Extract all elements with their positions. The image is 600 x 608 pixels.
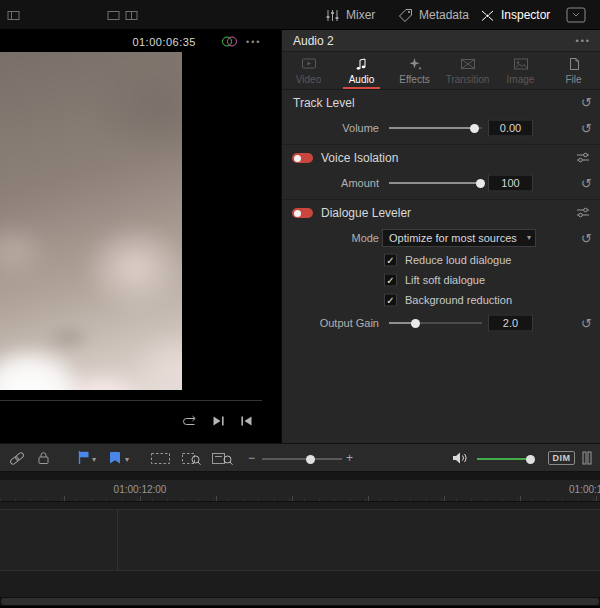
tab-audio[interactable]: Audio xyxy=(335,52,388,89)
ruler-minor-ticks xyxy=(0,498,600,501)
inspector-label: Inspector xyxy=(501,8,550,22)
timeline-zoom-slider[interactable] xyxy=(262,458,342,460)
collapse-panel-icon[interactable] xyxy=(566,7,586,23)
tab-label: Audio xyxy=(349,74,375,85)
advanced-settings-icon[interactable] xyxy=(576,152,590,163)
amount-row: Amount 100 ↺ xyxy=(282,170,600,196)
davinci-resolve-window: Mixer Metadata Inspector 01:00:06:35 ••• xyxy=(0,0,600,608)
tab-image[interactable]: Image xyxy=(494,52,547,89)
reduce-loud-dialogue-checkbox[interactable]: ✓ xyxy=(384,254,397,267)
custom-zoom-icon[interactable] xyxy=(211,451,234,466)
voice-isolation-toggle[interactable] xyxy=(292,153,313,163)
slider-handle[interactable] xyxy=(476,179,485,188)
timeline-toolbar: ▾ ▾ − + DIM xyxy=(0,443,600,472)
active-tab-underline xyxy=(343,87,379,89)
tab-file[interactable]: File xyxy=(547,52,600,89)
lock-icon[interactable] xyxy=(36,450,51,465)
slider-handle[interactable] xyxy=(411,319,420,328)
color-circles-icon[interactable] xyxy=(221,35,238,48)
zoom-in-button[interactable]: + xyxy=(346,451,353,465)
ruler-tick xyxy=(368,496,369,501)
tab-transition[interactable]: Transition xyxy=(441,52,494,89)
output-gain-value[interactable]: 2.0 xyxy=(488,315,533,332)
tab-label: File xyxy=(565,74,581,85)
clip-edge[interactable] xyxy=(117,510,118,570)
mode-row: Mode Optimize for most sources ▾ ↺ xyxy=(282,225,600,250)
detail-zoom-icon[interactable] xyxy=(181,451,202,466)
timeline-ruler[interactable]: 01:00:12:00 01:00:18:00 xyxy=(0,480,600,502)
ruler-tick xyxy=(596,496,597,501)
reset-section-icon[interactable]: ↺ xyxy=(581,96,592,109)
volume-label: Volume xyxy=(282,122,379,134)
flag-icon[interactable] xyxy=(77,450,90,465)
ruler-tick xyxy=(216,496,217,501)
volume-slider[interactable] xyxy=(389,127,482,129)
loop-playback-icon[interactable] xyxy=(181,414,198,428)
section-title: Voice Isolation xyxy=(321,151,398,165)
metadata-label: Metadata xyxy=(419,8,469,22)
reset-output-gain-icon[interactable]: ↺ xyxy=(581,317,592,330)
ui-layout-icon[interactable] xyxy=(7,10,20,21)
zoom-out-button[interactable]: − xyxy=(248,451,255,465)
marker-icon[interactable] xyxy=(108,450,122,465)
metadata-button[interactable]: Metadata xyxy=(398,0,469,30)
toggle-knob xyxy=(294,155,301,162)
inspector-panel: Audio 2 ••• Video Audio Effects Transiti… xyxy=(281,30,600,443)
tab-label: Effects xyxy=(399,74,429,85)
skip-to-start-icon[interactable] xyxy=(239,414,254,428)
checkbox-row: ✓ Lift soft dialogue xyxy=(282,270,600,290)
timeline-track-lane[interactable] xyxy=(0,509,600,571)
voice-isolation-header: Voice Isolation xyxy=(282,145,600,170)
amount-slider[interactable] xyxy=(389,182,482,184)
slider-handle[interactable] xyxy=(306,455,315,464)
full-extent-zoom-icon[interactable] xyxy=(150,451,171,466)
mixer-label: Mixer xyxy=(346,8,375,22)
reset-volume-icon[interactable]: ↺ xyxy=(581,122,592,135)
reset-mode-icon[interactable]: ↺ xyxy=(581,231,592,244)
advanced-settings-icon[interactable] xyxy=(576,207,590,218)
dual-viewer-icon[interactable] xyxy=(125,10,138,21)
skip-to-end-icon[interactable] xyxy=(211,414,226,428)
background-reduction-checkbox[interactable]: ✓ xyxy=(384,294,397,307)
ruler-tick xyxy=(520,496,521,501)
tab-effects[interactable]: Effects xyxy=(388,52,441,89)
tab-label: Image xyxy=(507,74,535,85)
dim-button[interactable]: DIM xyxy=(548,451,575,465)
speaker-icon[interactable] xyxy=(451,451,469,465)
section-title: Track Level xyxy=(293,96,355,110)
tab-label: Transition xyxy=(446,74,490,85)
mode-dropdown[interactable]: Optimize for most sources ▾ xyxy=(382,229,536,247)
volume-value[interactable]: 0.00 xyxy=(488,120,533,137)
reset-amount-icon[interactable]: ↺ xyxy=(581,177,592,190)
slider-fill xyxy=(389,182,482,184)
inspector-options-menu[interactable]: ••• xyxy=(576,36,591,46)
lift-soft-dialogue-checkbox[interactable]: ✓ xyxy=(384,274,397,287)
ruler-tick xyxy=(444,496,445,501)
slider-handle[interactable] xyxy=(526,455,535,464)
timeline-scrollbar-thumb[interactable] xyxy=(1,598,599,605)
ruler-timecode: 01:00:12:00 xyxy=(108,484,172,495)
marker-color-chevron-icon[interactable]: ▾ xyxy=(125,455,129,464)
dialogue-leveler-toggle[interactable] xyxy=(292,208,313,218)
output-gain-slider[interactable] xyxy=(389,322,482,324)
track-level-header: Track Level ↺ xyxy=(282,90,600,115)
inspector-header: Audio 2 ••• xyxy=(282,30,600,52)
slider-handle[interactable] xyxy=(470,124,479,133)
video-viewer[interactable] xyxy=(0,52,182,390)
transition-icon xyxy=(460,57,476,71)
flag-color-chevron-icon[interactable]: ▾ xyxy=(92,455,96,464)
monitor-volume-slider[interactable] xyxy=(477,458,534,460)
mixer-panel-toggle-icon[interactable] xyxy=(581,451,593,465)
mixer-button[interactable]: Mixer xyxy=(325,0,375,30)
link-clips-icon[interactable] xyxy=(8,451,26,466)
tab-video[interactable]: Video xyxy=(282,52,335,89)
amount-value[interactable]: 100 xyxy=(488,175,533,192)
timeline-scrollbar xyxy=(0,597,600,606)
inspector-icon xyxy=(480,9,495,22)
amount-label: Amount xyxy=(282,177,379,189)
single-viewer-icon[interactable] xyxy=(107,10,120,21)
inspector-button[interactable]: Inspector xyxy=(480,0,550,30)
transport-divider xyxy=(0,400,262,401)
viewer-options-menu[interactable]: ••• xyxy=(246,37,261,47)
timeline-gap xyxy=(0,472,600,480)
